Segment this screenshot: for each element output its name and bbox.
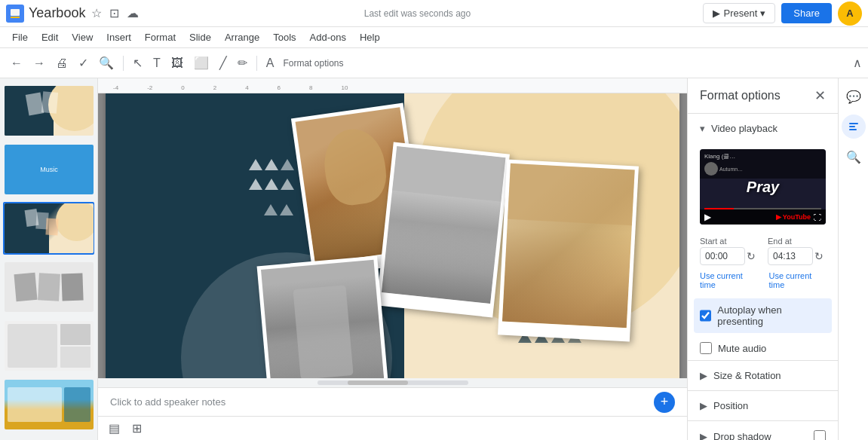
slide-canvas	[106, 93, 679, 378]
size-rotation-title: Size & Rotation	[713, 370, 826, 381]
title-bar-right: ▶ Present ▾ Share A	[703, 2, 862, 26]
print-button[interactable]: 🖨	[51, 53, 72, 73]
comments-button[interactable]: 💬	[842, 84, 866, 108]
present-dropdown-icon: ▾	[760, 8, 765, 19]
draw-button[interactable]: ✏	[233, 53, 252, 73]
use-current-start-link[interactable]: Use current time	[700, 271, 757, 289]
app-icon	[6, 5, 24, 23]
position-title: Position	[713, 400, 826, 411]
right-icon-panel: 💬 🔍	[838, 78, 868, 440]
menu-tools[interactable]: Tools	[267, 29, 302, 46]
size-rotation-expand-icon: ▶	[700, 370, 707, 381]
video-playback-expand-icon: ▾	[700, 123, 705, 134]
format-options-label: Format options	[280, 58, 346, 69]
line-button[interactable]: ╱	[215, 53, 232, 73]
explore-button[interactable]: 🔍	[842, 145, 866, 169]
bottom-toolbar: ▤ ⊞	[98, 416, 687, 440]
end-time-label: End at	[768, 237, 824, 246]
title-bar: Yearbook ☆ ⊡ ☁ Last edit was seconds ago…	[0, 0, 868, 27]
format-options-button[interactable]	[842, 115, 866, 139]
text-button[interactable]: T	[149, 53, 165, 73]
drop-shadow-checkbox[interactable]	[814, 430, 826, 440]
mute-audio-label: Mute audio	[718, 343, 766, 354]
slide-thumbnail-3[interactable]: 3	[3, 202, 94, 255]
svg-rect-0	[11, 9, 20, 16]
present-button[interactable]: ▶ Present ▾	[703, 3, 775, 23]
video-play-icon[interactable]: ▶	[704, 212, 711, 222]
undo-button[interactable]: ←	[6, 53, 27, 73]
menu-edit[interactable]: Edit	[35, 29, 64, 46]
add-notes-button[interactable]: +	[654, 392, 675, 413]
photo-polaroid-2	[376, 142, 510, 317]
position-expand-icon: ▶	[700, 400, 707, 411]
star-icon[interactable]: ☆	[90, 5, 103, 22]
slide-thumbnail-5[interactable]: 5	[3, 319, 94, 372]
video-playback-header[interactable]: ▾ Video playback	[688, 114, 838, 143]
size-rotation-section: ▶ Size & Rotation	[688, 361, 838, 391]
svg-rect-1	[11, 17, 20, 18]
menu-file[interactable]: File	[6, 29, 34, 46]
main-area: 1 2 Music 3	[0, 78, 868, 440]
start-time-label: Start at	[700, 237, 756, 246]
zoom-button[interactable]: 🔍	[94, 53, 118, 73]
youtube-logo: ▶ YouTube	[776, 213, 811, 221]
menu-addons[interactable]: Add-ons	[304, 29, 352, 46]
time-row: Start at ↻ End at ↻	[688, 231, 838, 271]
position-header[interactable]: ▶ Position	[688, 391, 838, 420]
autoplay-label: Autoplay when presenting	[717, 304, 826, 327]
use-current-end-link[interactable]: Use current time	[769, 271, 827, 289]
menu-format[interactable]: Format	[139, 29, 182, 46]
toolbar-divider-1	[123, 56, 124, 71]
canvas-scroll[interactable]	[98, 93, 687, 378]
toolbar: ← → 🖨 ✓ 🔍 ↖ T 🖼 ⬜ ╱ ✏ A Format options ∧	[0, 48, 868, 78]
slide-panel: 1 2 Music 3	[0, 78, 98, 440]
present-label: Present	[723, 8, 757, 19]
menu-slide[interactable]: Slide	[183, 29, 217, 46]
slide-thumbnail-6[interactable]: 6	[3, 378, 94, 431]
start-time-input[interactable]	[700, 247, 745, 265]
menu-arrange[interactable]: Arrange	[219, 29, 265, 46]
fullscreen-icon[interactable]: ⛶	[814, 213, 821, 222]
menu-view[interactable]: View	[66, 29, 99, 46]
canvas-area: -4 -2 0 2 4 6 8 10	[98, 78, 687, 440]
size-rotation-header[interactable]: ▶ Size & Rotation	[688, 361, 838, 390]
redo-button[interactable]: →	[29, 53, 50, 73]
cloud-save-icon[interactable]: ☁	[125, 5, 140, 22]
slide-thumbnail-2[interactable]: 2 Music	[3, 143, 94, 196]
title-bar-left: Yearbook ☆ ⊡ ☁	[6, 5, 140, 23]
mute-audio-checkbox-row: Mute audio	[688, 336, 838, 360]
menu-help[interactable]: Help	[354, 29, 386, 46]
bg-color-button[interactable]: A	[262, 53, 279, 73]
app-title: Yearbook	[29, 5, 85, 21]
format-options-panel: Format options ✕ ▾ Video playback Klang …	[687, 78, 838, 440]
grid-view-button[interactable]: ⊞	[127, 418, 146, 438]
drop-shadow-row: ▶ Drop shadow	[688, 421, 838, 440]
collapse-toolbar-button[interactable]: ∧	[853, 56, 862, 70]
image-button[interactable]: 🖼	[167, 53, 188, 73]
share-button[interactable]: Share	[781, 3, 832, 23]
spell-check-button[interactable]: ✓	[74, 53, 93, 73]
cursor-button[interactable]: ↖	[128, 53, 147, 73]
start-time-spin-button[interactable]: ↻	[747, 250, 756, 262]
slide-view-button[interactable]: ▤	[104, 418, 124, 438]
format-panel-header: Format options ✕	[688, 78, 838, 114]
photo-polaroid-3	[498, 160, 639, 342]
end-time-input[interactable]	[768, 247, 813, 265]
menu-insert[interactable]: Insert	[100, 29, 137, 46]
speaker-notes-placeholder[interactable]: Click to add speaker notes	[110, 396, 225, 408]
mute-audio-checkbox[interactable]	[700, 342, 712, 354]
slide-image-1	[5, 86, 94, 136]
menu-bar: File Edit View Insert Format Slide Arran…	[0, 27, 868, 48]
video-thumbnail: Klang (클… Autumn… Pray ▶ ▶ YouTube ⛶	[700, 149, 826, 225]
last-edit-label: Last edit was seconds ago	[364, 8, 471, 19]
shape-button[interactable]: ⬜	[189, 53, 213, 73]
move-to-drive-icon[interactable]: ⊡	[108, 5, 121, 22]
toolbar-divider-2	[256, 56, 257, 71]
slide-thumbnail-1[interactable]: 1	[3, 84, 94, 137]
slide-thumbnail-4[interactable]: 4	[3, 261, 94, 313]
present-icon: ▶	[713, 8, 720, 19]
end-time-spin-button[interactable]: ↻	[814, 250, 824, 262]
horizontal-scrollbar[interactable]	[98, 378, 687, 387]
format-panel-close-button[interactable]: ✕	[814, 87, 826, 104]
autoplay-checkbox[interactable]	[700, 310, 711, 322]
